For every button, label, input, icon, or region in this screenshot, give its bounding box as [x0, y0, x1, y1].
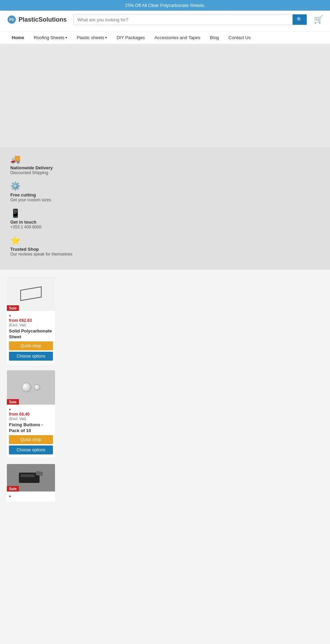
search-input[interactable] [74, 15, 293, 25]
feature-delivery: 🚚 Nationwide Delivery Discounted Shippin… [10, 154, 320, 175]
product-image-sheet: Sale [7, 276, 55, 311]
choose-options-button-sheet[interactable]: Choose options [9, 352, 53, 361]
nav-item-blog[interactable]: Blog [205, 32, 224, 44]
product-title: Solid Polycarbonate Sheet [9, 328, 53, 340]
top-banner: 15% Off All Clear Polycarbonate Sheets. [0, 0, 330, 11]
logo[interactable]: PS PlasticSolutions [7, 15, 67, 24]
product-vat: (Excl. Vat) [9, 417, 53, 421]
product-price: from €62.63 [9, 318, 53, 323]
feature-contact: 📱 Get in touch +353 1 409 8000 [10, 208, 320, 229]
sale-badge: Sale [7, 399, 19, 405]
product-dot: ● [9, 407, 53, 411]
nav-item-home[interactable]: Home [7, 32, 29, 44]
product-dot: ● [9, 494, 53, 498]
sale-badge: Sale [7, 305, 19, 311]
quick-shop-button-buttons[interactable]: Quick shop [9, 435, 53, 444]
svg-rect-9 [21, 474, 34, 477]
feature-trusted: ⭐ Trusted Shop Our reviews speak for the… [10, 236, 320, 257]
chevron-down-icon: ▾ [65, 36, 67, 39]
products-section: Sale ● from €62.63 (Excl. Vat) Solid Pol… [0, 270, 330, 515]
sale-badge: Sale [7, 486, 19, 492]
search-bar[interactable]: 🔍 [74, 14, 307, 25]
nav-item-roofing[interactable]: Roofing Sheets ▾ [29, 32, 72, 44]
hero-banner [0, 44, 330, 147]
search-button[interactable]: 🔍 [293, 14, 307, 25]
chevron-down-icon: ▾ [105, 36, 107, 39]
product-vat: (Excl. Vat) [9, 323, 53, 327]
features-strip: 🚚 Nationwide Delivery Discounted Shippin… [0, 147, 330, 270]
product-info-sheet: ● from €62.63 (Excl. Vat) Solid Polycarb… [7, 311, 55, 363]
star-icon: ⭐ [10, 236, 320, 245]
buttons-shape [22, 383, 40, 392]
delivery-icon: 🚚 [10, 154, 320, 164]
logo-icon: PS [7, 15, 16, 24]
tape-svg [14, 466, 48, 490]
product-info-buttons: ● from €6.40 (Excl. Vat) Fixing Buttons … [7, 405, 55, 457]
header: PS PlasticSolutions 🔍 🛒 [0, 11, 330, 32]
product-card-solid-polycarbonate: Sale ● from €62.63 (Excl. Vat) Solid Pol… [7, 276, 55, 363]
product-card-tape: Sale ● [7, 464, 55, 501]
product-price: from €6.40 [9, 412, 53, 417]
nav-item-accessories[interactable]: Accessories and Tapes [150, 32, 205, 44]
product-card-fixing-buttons: Sale ● from €6.40 (Excl. Vat) Fixing But… [7, 370, 55, 457]
nav-item-plastic[interactable]: Plastic sheets ▾ [72, 32, 112, 44]
svg-text:PS: PS [9, 18, 14, 22]
svg-marker-2 [21, 287, 41, 301]
choose-options-button-buttons[interactable]: Choose options [9, 445, 53, 454]
nav-item-diy[interactable]: DIY Packages [112, 32, 150, 44]
phone-icon: 📱 [10, 208, 320, 218]
cart-icon[interactable]: 🛒 [314, 15, 323, 24]
nav-item-contact[interactable]: Contact Us [224, 32, 255, 44]
product-dot: ● [9, 314, 53, 317]
navigation: Home Roofing Sheets ▾ Plastic sheets ▾ D… [0, 32, 330, 44]
sheet-svg [14, 280, 48, 307]
product-image-buttons: Sale [7, 370, 55, 405]
quick-shop-button-sheet[interactable]: Quick shop [9, 341, 53, 350]
cutting-icon: ⚙️ [10, 181, 320, 191]
product-image-tape: Sale [7, 464, 55, 492]
feature-cutting: ⚙️ Free cutting Get your custom sizes [10, 181, 320, 202]
svg-line-6 [21, 287, 41, 290]
product-title: Fixing Buttons - Pack of 10 [9, 422, 53, 434]
product-info-tape: ● [7, 492, 55, 501]
svg-line-3 [21, 297, 41, 301]
